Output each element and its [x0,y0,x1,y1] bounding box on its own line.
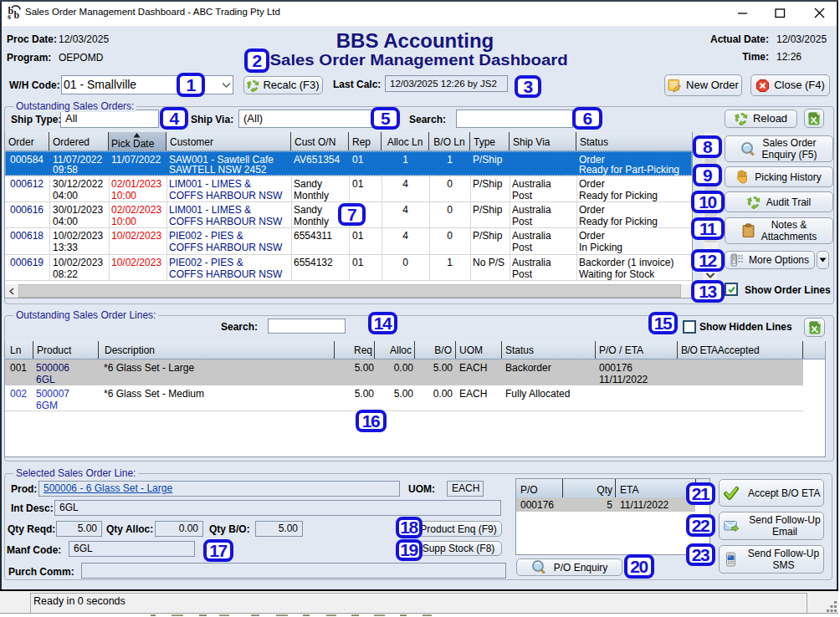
svg-text:b: b [14,9,20,21]
svg-text:s: s [8,12,11,21]
